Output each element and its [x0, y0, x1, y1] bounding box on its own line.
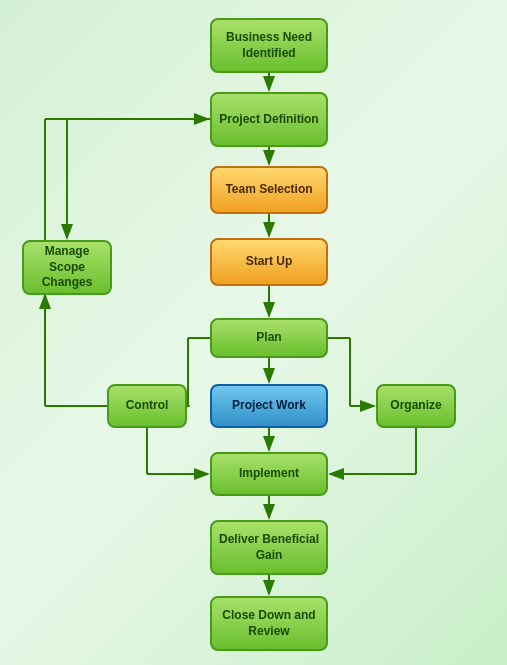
organize-box: Organize [376, 384, 456, 428]
start-up-box: Start Up [210, 238, 328, 286]
deliver-box: Deliver Beneficial Gain [210, 520, 328, 575]
project-definition-box: Project Definition [210, 92, 328, 147]
implement-box: Implement [210, 452, 328, 496]
plan-box: Plan [210, 318, 328, 358]
close-down-box: Close Down and Review [210, 596, 328, 651]
team-selection-box: Team Selection [210, 166, 328, 214]
business-need-box: Business Need Identified [210, 18, 328, 73]
project-work-box: Project Work [210, 384, 328, 428]
diagram: Business Need Identified Project Definit… [0, 0, 507, 665]
control-box: Control [107, 384, 187, 428]
manage-scope-box: Manage Scope Changes [22, 240, 112, 295]
